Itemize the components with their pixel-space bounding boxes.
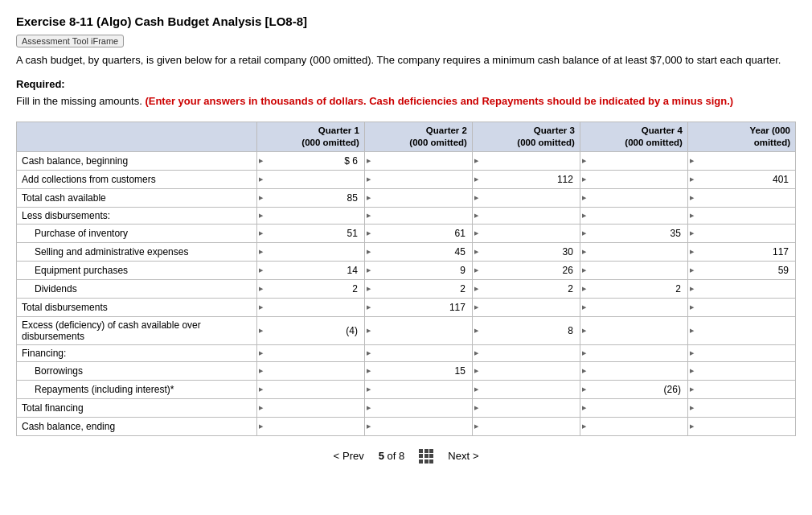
cell-input[interactable]	[582, 152, 686, 170]
cell-input[interactable]	[474, 399, 578, 417]
data-cell[interactable]	[580, 417, 687, 435]
data-cell[interactable]	[256, 298, 364, 316]
cell-input[interactable]	[690, 152, 794, 170]
cell-input[interactable]	[474, 189, 578, 207]
cell-input[interactable]	[259, 381, 363, 398]
data-cell[interactable]	[472, 398, 580, 417]
data-cell: (4)	[256, 316, 364, 344]
cell-input[interactable]	[582, 418, 686, 435]
cell-input[interactable]	[690, 381, 794, 398]
grid-icon[interactable]	[419, 449, 433, 464]
cell-input[interactable]	[690, 362, 794, 380]
data-cell[interactable]	[580, 242, 687, 261]
data-cell[interactable]	[256, 380, 364, 398]
data-cell[interactable]	[364, 170, 472, 188]
data-cell: 2	[472, 279, 580, 298]
data-cell: (26)	[580, 380, 687, 398]
data-cell[interactable]	[364, 380, 472, 398]
cell-input[interactable]	[690, 225, 794, 242]
data-cell[interactable]	[364, 316, 472, 344]
cell-input[interactable]	[690, 299, 794, 316]
row-label: Cash balance, ending	[17, 417, 257, 435]
data-cell[interactable]	[580, 298, 687, 316]
data-cell[interactable]	[472, 151, 580, 170]
data-cell[interactable]	[364, 151, 472, 170]
cell-input[interactable]	[367, 152, 470, 170]
data-cell[interactable]	[256, 170, 364, 188]
data-cell[interactable]	[472, 298, 580, 316]
cell-input[interactable]	[474, 152, 578, 170]
cell-input[interactable]	[582, 399, 686, 417]
data-cell[interactable]	[687, 298, 795, 316]
cell-input[interactable]	[367, 189, 470, 207]
data-cell[interactable]	[580, 170, 687, 188]
cell-input[interactable]	[259, 399, 363, 417]
cell-input[interactable]	[474, 225, 578, 242]
data-cell[interactable]	[687, 380, 795, 398]
cell-input[interactable]	[690, 322, 794, 340]
cell-input[interactable]	[474, 362, 578, 380]
data-cell[interactable]	[256, 417, 364, 435]
col-header-q2: Quarter 2(000 omitted)	[364, 122, 472, 152]
cell-input[interactable]	[259, 299, 363, 316]
next-button[interactable]: Next >	[448, 450, 478, 462]
row-label: Total disbursements	[17, 298, 257, 316]
data-cell[interactable]	[687, 279, 795, 298]
prev-button[interactable]: < Prev	[333, 450, 363, 462]
cell-input[interactable]	[582, 362, 686, 380]
instructions-bold: (Enter your answers in thousands of doll…	[145, 95, 733, 107]
data-cell[interactable]	[687, 417, 795, 435]
row-label: Purchase of inventory	[17, 224, 257, 242]
cell-input[interactable]	[690, 418, 794, 435]
data-cell[interactable]	[364, 188, 472, 207]
data-cell[interactable]	[472, 224, 580, 242]
table-row: Cash balance, ending	[17, 417, 796, 435]
data-cell[interactable]	[687, 316, 795, 344]
data-cell: 9	[364, 261, 472, 279]
cell-input[interactable]	[259, 362, 363, 380]
data-cell[interactable]	[580, 261, 687, 279]
data-cell[interactable]	[364, 417, 472, 435]
cell-input[interactable]	[690, 280, 794, 298]
cell-input[interactable]	[259, 171, 363, 188]
cell-input[interactable]	[474, 418, 578, 435]
cell-input[interactable]	[582, 189, 686, 207]
cell-input[interactable]	[367, 418, 470, 435]
cell-input[interactable]	[474, 381, 578, 398]
data-cell[interactable]	[580, 361, 687, 380]
cell-input[interactable]	[582, 262, 686, 279]
cell-input[interactable]	[474, 299, 578, 316]
data-cell[interactable]	[472, 188, 580, 207]
cell-input[interactable]	[367, 322, 470, 340]
cell-input[interactable]	[582, 299, 686, 316]
cell-input[interactable]	[367, 399, 470, 417]
cell-input[interactable]	[690, 189, 794, 207]
data-cell[interactable]	[256, 398, 364, 417]
data-cell[interactable]	[472, 361, 580, 380]
data-cell: 26	[472, 261, 580, 279]
data-cell[interactable]	[256, 242, 364, 261]
data-cell[interactable]	[687, 188, 795, 207]
data-cell[interactable]	[364, 398, 472, 417]
data-cell[interactable]	[580, 398, 687, 417]
cell-input[interactable]	[582, 171, 686, 188]
data-cell[interactable]	[687, 151, 795, 170]
cell-input[interactable]	[367, 171, 470, 188]
cell-input[interactable]	[690, 399, 794, 417]
data-cell[interactable]	[580, 188, 687, 207]
cell-input[interactable]	[582, 243, 686, 261]
data-cell[interactable]	[687, 361, 795, 380]
data-cell[interactable]	[256, 361, 364, 380]
data-cell[interactable]	[472, 417, 580, 435]
data-cell[interactable]	[687, 224, 795, 242]
cell-input[interactable]	[367, 381, 470, 398]
cell-input[interactable]	[582, 322, 686, 340]
data-cell[interactable]	[472, 380, 580, 398]
table-row: Total cash available85	[17, 188, 796, 207]
cell-input[interactable]	[259, 418, 363, 435]
data-cell[interactable]	[687, 398, 795, 417]
row-label: Financing:	[17, 344, 257, 361]
cell-input[interactable]	[259, 243, 363, 261]
data-cell[interactable]	[580, 151, 687, 170]
data-cell[interactable]	[580, 316, 687, 344]
